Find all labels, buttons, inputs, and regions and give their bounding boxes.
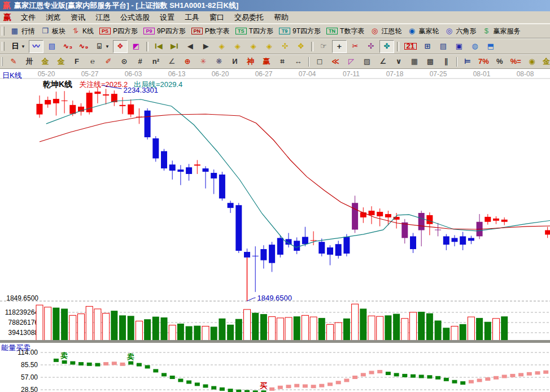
tb-t-square-button[interactable]: TST四方形 [233, 25, 276, 38]
tool-grid-ticks-button[interactable]: 卅 [22, 55, 37, 68]
tool-updown-9-button[interactable]: ∿₉ [76, 40, 91, 53]
toolbar-grip[interactable] [2, 42, 5, 51]
tool-draw-pen-button[interactable]: ✎ [6, 55, 21, 68]
tool-color-histogram-button[interactable]: ◩ [129, 40, 143, 53]
tool-compress-all-diamond-button[interactable]: ✣ [278, 40, 293, 53]
tool-percent-levels-button[interactable]: %= [508, 55, 523, 68]
tool-grid-dense-button[interactable]: ▦ [407, 55, 422, 68]
toolbar-grip[interactable] [2, 57, 3, 66]
tool-updown-3-button[interactable]: ∿₃ [60, 40, 75, 53]
tool-save-disk-button[interactable]: ▣ [452, 40, 466, 53]
tool-n-square-button[interactable]: n² [149, 55, 163, 68]
menu-item-6[interactable]: 工具 [180, 11, 204, 23]
tb-winner-wheel-button[interactable]: ◉赢家轮 [405, 25, 441, 38]
tool-zigzag-button[interactable]: ∨ [391, 55, 406, 68]
kline-chart-canvas[interactable]: 05-2005-2706-0306-1306-2006-2707-0407-11… [0, 69, 550, 392]
tool-gann-ribbon-button[interactable]: ✣ [364, 40, 378, 53]
tool-f-lines-button[interactable]: F [69, 55, 84, 68]
candle-body [360, 212, 366, 217]
menu-item-9[interactable]: 帮助 [269, 11, 294, 23]
step-lines-icon: ⊨ [462, 57, 473, 66]
tool-calculator-button[interactable]: ⊞ [420, 40, 435, 53]
tb-winner-service-button[interactable]: $赢家服务 [479, 25, 522, 38]
tool-percent-button[interactable]: % [492, 55, 507, 68]
menu-item-8[interactable]: 交易委托 [229, 11, 269, 23]
tool-period-day-button[interactable]: 日▼ [8, 40, 28, 53]
tool-k-count-button[interactable]: И [228, 55, 242, 68]
tb-9p-square-button[interactable]: P99P四方形 [141, 25, 188, 38]
tb-9t-square-button[interactable]: T99T四方形 [277, 25, 323, 38]
tb-p-square-button[interactable]: PSP四方形 [97, 25, 140, 38]
tool-shift-right-diamond-button[interactable]: ◈ [230, 40, 245, 53]
tool-gold-circle-button[interactable]: ◉ [525, 55, 539, 68]
tool-trend-angles-button[interactable]: ∠ [376, 55, 390, 68]
tool-shift-left-diamond-button[interactable]: ◈ [215, 40, 229, 53]
tool-shen-grid-button[interactable]: 神 [243, 55, 258, 68]
menu-item-1[interactable]: 浏览 [41, 11, 66, 23]
tool-crosshair-button[interactable]: ＋ [332, 40, 347, 53]
tb-sector-blocks-button[interactable]: ❒板块 [38, 25, 68, 38]
tool-angle-pen-button[interactable]: ✐ [101, 55, 116, 68]
tb-hexagon-button[interactable]: ◎六角形 [442, 25, 478, 38]
tool-computer-export-button[interactable]: ⬒ [483, 40, 498, 53]
tool-gold-gate-1-button[interactable]: 金 [38, 55, 53, 68]
tool-compress-h-diamond-button[interactable]: ◈ [262, 40, 277, 53]
tb-gann-wheel-button[interactable]: ◎江恩轮 [368, 25, 404, 38]
tool-ruler-123-button[interactable]: ⌗ [275, 55, 290, 68]
tool-notes-doc-button[interactable]: ▤ [436, 40, 451, 53]
tool-parallel-lines-button[interactable]: ∥ [439, 55, 453, 68]
tool-measure-line-button[interactable]: ✂ [348, 40, 363, 53]
tb-kline-chart-button[interactable]: ⥮K线 [69, 25, 96, 38]
market-quote-icon: ▦ [10, 27, 19, 36]
menu-item-3[interactable]: 江恩 [90, 11, 115, 23]
tool-expand-h-diamond-button[interactable]: ◈ [246, 40, 261, 53]
tool-wave-pattern-button[interactable]: 〰 [29, 40, 43, 53]
tool-fan-box-button[interactable]: ◸ [344, 55, 359, 68]
tool-gann-web-2-button[interactable]: ❋ [212, 55, 226, 68]
indicator-bar [128, 361, 133, 365]
candle-body [410, 236, 416, 249]
menu-item-5[interactable]: 设置 [155, 11, 180, 23]
tool-gold-gate-2-button[interactable]: 金 [54, 55, 68, 68]
tool-fan-lines-button[interactable]: ≪ [328, 55, 343, 68]
toolbar-grip[interactable] [2, 27, 5, 36]
tool-ruler-ticks-button[interactable]: # [133, 55, 147, 68]
tool-angle-arc-button[interactable]: ∠ [164, 55, 179, 68]
tool-percent-7-button[interactable]: 7% [476, 55, 491, 68]
menu-item-0[interactable]: 文件 [16, 11, 41, 23]
tool-brain-tool-button[interactable]: ✤ [379, 40, 394, 53]
tool-hand-drag-button[interactable]: ☞ [316, 40, 331, 53]
candle-body [211, 173, 217, 178]
tool-candle-style-button[interactable]: ⌻▼ [92, 40, 112, 53]
indicator-bar [518, 373, 523, 376]
tool-gann-web-button[interactable]: ✳ [196, 55, 211, 68]
tool-pattern-sprite-button[interactable]: ❖ [113, 40, 128, 53]
tb-market-quote-button[interactable]: ▦行情 [8, 25, 37, 38]
menu-item-4[interactable]: 公式选股 [115, 11, 155, 23]
tool-h-span-button[interactable]: ↔ [291, 55, 305, 68]
tool-goto-last-button[interactable]: ▶I [167, 40, 182, 53]
tool-step-lines-button[interactable]: ⊨ [460, 55, 475, 68]
tool-calendar-21-button[interactable]: 21 [402, 40, 419, 53]
tool-ying-grid-button[interactable]: 赢 [259, 55, 274, 68]
tool-goto-first-button[interactable]: I◀ [151, 40, 166, 53]
tool-box-tool-button[interactable]: ◻ [312, 55, 327, 68]
indicator-bar [62, 360, 67, 364]
tool-diag-box-button[interactable]: ▨ [360, 55, 374, 68]
tool-page-next-button[interactable]: ▶ [199, 40, 213, 53]
tool-expand-all-diamond-button[interactable]: ✥ [294, 40, 308, 53]
tb-t-number-table-button[interactable]: TNT数字表 [324, 25, 366, 38]
tool-web-page-button[interactable]: ◍ [468, 40, 482, 53]
tool-cycle-circle-button[interactable]: ⊙ [117, 55, 132, 68]
tool-grid-dense-2-button[interactable]: ▩ [423, 55, 438, 68]
tool-info-note-button[interactable]: ▤ [45, 40, 59, 53]
tool-gold-levels-button[interactable]: 金= [540, 55, 550, 68]
menu-item-2[interactable]: 资讯 [66, 11, 90, 23]
tool-page-prev-button[interactable]: ◀ [183, 40, 198, 53]
menu-item-7[interactable]: 窗口 [204, 11, 229, 23]
calendar-21-icon: 21 [404, 43, 417, 50]
tb-p-number-table-button[interactable]: PNP数字表 [189, 25, 232, 38]
dropdown-arrow-icon: ▼ [105, 44, 110, 49]
tool-target-circle-button[interactable]: ⊕ [180, 55, 195, 68]
tool-spiral-tool-button[interactable]: ℮ [85, 55, 100, 68]
